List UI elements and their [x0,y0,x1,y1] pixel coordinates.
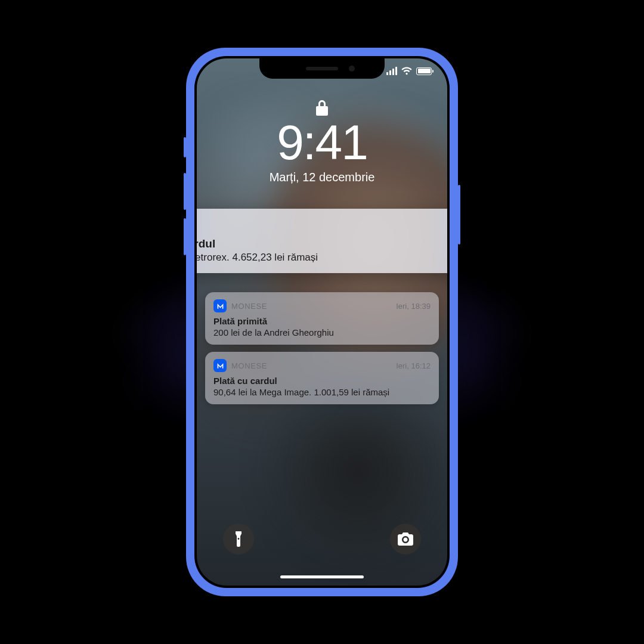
notification-body: 70,00 lei la Metrorex. 4.652,23 lei răma… [197,252,447,264]
wifi-icon [401,67,412,75]
volume-down-button[interactable] [184,218,186,255]
battery-icon [416,67,432,75]
camera-icon [398,532,413,546]
flashlight-button[interactable] [223,524,254,555]
notification-title: Plată cu cardul [213,376,431,386]
flashlight-icon [233,531,244,547]
notification-list: MONESE acum Plată cu cardul 70,00 lei la… [197,209,447,411]
volume-up-button[interactable] [184,173,186,210]
notification-time: Ieri, 16:12 [396,361,431,370]
lock-icon [315,99,329,117]
phone-frame: 9:41 Marți, 12 decembrie MONESE acum Pla… [186,48,458,596]
notification-title: Plată primită [213,316,431,326]
notification-app-name: MONESE [231,361,391,370]
notification-app-name: MONESE [231,302,391,311]
notification-title: Plată cu cardul [197,237,447,250]
camera-button[interactable] [390,524,421,555]
notification-time: Ieri, 18:39 [396,302,431,311]
monese-app-icon [213,359,227,372]
notification-app-name: MONESE [197,221,447,231]
notification-card[interactable]: MONESE Ieri, 16:12 Plată cu cardul 90,64… [205,352,439,404]
home-indicator[interactable] [280,575,364,578]
clock-date: Marți, 12 decembrie [197,171,447,184]
notification-card[interactable]: MONESE Ieri, 18:39 Plată primită 200 lei… [205,292,439,345]
notch [259,58,385,79]
power-button[interactable] [458,185,460,244]
status-bar [386,67,432,75]
cellular-signal-icon [386,67,397,75]
clock-time: 9:41 [197,118,447,167]
notification-body: 200 lei de la Andrei Gheorghiu [213,327,431,338]
notification-body: 90,64 lei la Mega Image. 1.001,59 lei ră… [213,387,431,397]
monese-app-icon [213,299,227,312]
notification-card[interactable]: MONESE acum Plată cu cardul 70,00 lei la… [197,209,447,273]
lock-screen[interactable]: 9:41 Marți, 12 decembrie MONESE acum Pla… [197,58,447,586]
mute-switch[interactable] [184,137,186,157]
